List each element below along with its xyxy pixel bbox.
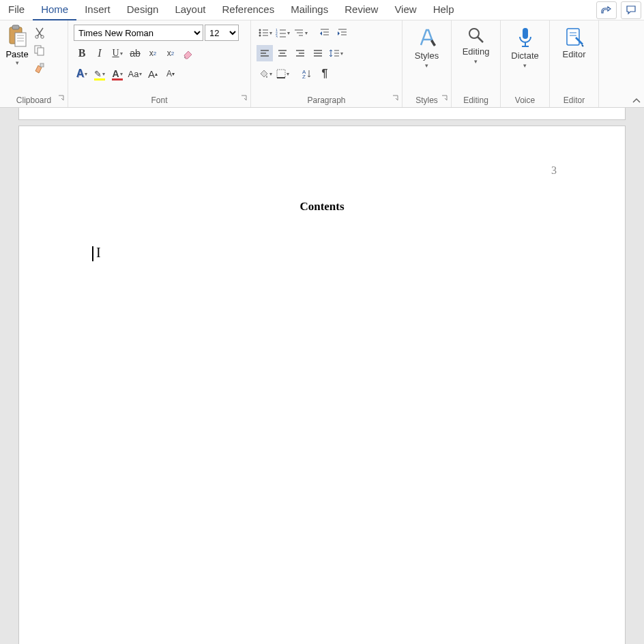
clear-formatting-button[interactable]	[180, 45, 196, 61]
document-area[interactable]: 3 Contents I	[0, 108, 644, 644]
align-right-button[interactable]	[292, 45, 308, 61]
search-icon	[467, 26, 486, 45]
line-spacing-button[interactable]: ▾	[327, 45, 344, 61]
shrink-font-button[interactable]: A▾	[162, 65, 179, 82]
clipboard-launcher[interactable]	[58, 95, 65, 102]
svg-rect-47	[277, 70, 285, 78]
tab-insert[interactable]: Insert	[76, 0, 119, 20]
borders-icon	[276, 69, 286, 78]
svg-point-15	[259, 35, 261, 37]
voice-group-label: Voice	[515, 96, 535, 105]
svg-rect-54	[523, 28, 528, 39]
underline-button[interactable]: U▾	[109, 45, 126, 61]
cut-button[interactable]	[33, 26, 46, 40]
increase-indent-button[interactable]	[334, 25, 351, 41]
svg-rect-10	[40, 63, 44, 67]
decrease-indent-button[interactable]	[317, 25, 333, 41]
page-number: 3	[551, 164, 557, 177]
styles-button[interactable]: Styles ▾	[408, 23, 445, 72]
svg-rect-1	[12, 25, 19, 29]
paint-bucket-icon	[258, 69, 269, 78]
svg-point-52	[469, 29, 479, 38]
sort-button[interactable]: AZ	[299, 65, 315, 82]
collapse-ribbon-button[interactable]	[632, 96, 641, 106]
tab-references[interactable]: References	[214, 0, 282, 20]
tab-layout[interactable]: Layout	[166, 0, 214, 20]
font-family-select[interactable]: Times New Roman	[74, 25, 203, 41]
tab-file[interactable]: File	[0, 0, 33, 20]
svg-rect-2	[15, 33, 26, 46]
dictate-button[interactable]: Dictate ▾	[504, 23, 545, 72]
change-case-button[interactable]: Aa▾	[127, 65, 143, 82]
show-marks-button[interactable]: ¶	[317, 65, 333, 82]
highlight-button[interactable]: ✎▾	[91, 65, 108, 82]
font-launcher[interactable]	[241, 95, 248, 102]
paragraph-group-label: Paragraph	[307, 96, 345, 105]
previous-page-edge	[18, 108, 626, 120]
tab-review[interactable]: Review	[336, 0, 386, 20]
tab-help[interactable]: Help	[425, 0, 463, 20]
tab-mailings[interactable]: Mailings	[282, 0, 336, 20]
tab-design[interactable]: Design	[119, 0, 167, 20]
paragraph-launcher[interactable]	[392, 95, 399, 102]
italic-button[interactable]: I	[91, 45, 108, 61]
paste-button[interactable]: Paste ▾	[5, 25, 29, 66]
align-left-button[interactable]	[257, 45, 273, 61]
svg-text:Z: Z	[302, 74, 306, 79]
styles-group-label: Styles	[415, 96, 438, 105]
shading-button[interactable]: ▾	[257, 65, 273, 82]
justify-button[interactable]	[310, 45, 326, 61]
numbering-button[interactable]: 123▾	[274, 25, 291, 41]
borders-button[interactable]: ▾	[274, 65, 291, 82]
grow-font-button[interactable]: A▴	[145, 65, 161, 82]
styles-icon	[417, 26, 437, 49]
paste-label: Paste	[5, 49, 28, 59]
align-center-button[interactable]	[274, 45, 291, 61]
editor-icon	[564, 26, 585, 48]
microphone-icon	[516, 26, 534, 49]
editing-button[interactable]: Editing ▾	[456, 23, 497, 68]
svg-line-53	[478, 37, 483, 42]
document-heading: Contents	[19, 200, 625, 214]
editor-group-label: Editor	[564, 96, 585, 105]
editing-group-label: Editing	[463, 96, 488, 105]
copy-button[interactable]	[33, 44, 46, 57]
document-page[interactable]: 3 Contents I	[18, 126, 626, 644]
share-button[interactable]	[596, 1, 617, 19]
tab-home[interactable]: Home	[33, 0, 76, 20]
svg-point-11	[259, 29, 261, 31]
font-size-select[interactable]: 12	[205, 25, 239, 41]
svg-point-7	[41, 35, 44, 38]
chevron-down-icon: ▾	[523, 62, 527, 69]
chevron-down-icon: ▾	[425, 62, 428, 69]
format-painter-button[interactable]	[33, 61, 46, 75]
svg-rect-55	[567, 29, 579, 45]
ribbon: Paste ▾ Clipboard	[0, 20, 644, 108]
svg-point-13	[259, 32, 261, 34]
multilevel-list-button[interactable]: ▾	[292, 25, 308, 41]
editor-button[interactable]: Editor	[556, 23, 593, 62]
numbering-icon: 123	[276, 28, 287, 38]
superscript-button[interactable]: x2	[162, 45, 179, 61]
ribbon-tabs: File Home Insert Design Layout Reference…	[0, 0, 644, 20]
svg-point-6	[35, 35, 38, 38]
comments-button[interactable]	[621, 1, 641, 19]
chevron-down-icon: ▾	[474, 58, 478, 65]
bullets-button[interactable]: ▾	[257, 25, 273, 41]
multilevel-icon	[293, 28, 304, 38]
bold-button[interactable]: B	[74, 45, 90, 61]
font-group-label: Font	[151, 96, 167, 105]
font-color-button[interactable]: A▾	[109, 65, 126, 82]
text-effects-button[interactable]: A▾	[74, 65, 90, 82]
ibeam-pointer: I	[96, 245, 101, 261]
eraser-icon	[182, 47, 194, 59]
svg-rect-9	[38, 48, 44, 55]
styles-launcher[interactable]	[441, 95, 448, 102]
subscript-button[interactable]: x2	[145, 45, 161, 61]
clipboard-group-label: Clipboard	[16, 96, 51, 105]
text-cursor	[92, 246, 93, 261]
strikethrough-button[interactable]: ab	[127, 45, 143, 61]
tab-view[interactable]: View	[386, 0, 424, 20]
bullets-icon	[258, 28, 269, 38]
chevron-down-icon: ▾	[16, 59, 19, 66]
